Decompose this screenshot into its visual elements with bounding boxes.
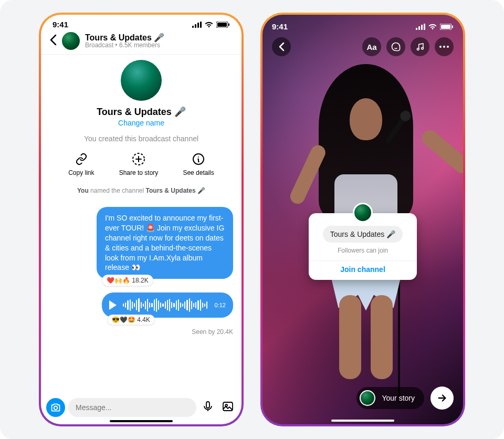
svg-rect-1 <box>195 24 196 28</box>
story-top-bar: 9:41 Aa <box>262 15 463 56</box>
text-tool-label: Aa <box>366 43 376 51</box>
story-status-bar: 9:41 <box>272 22 454 31</box>
waveform[interactable] <box>123 298 208 312</box>
home-indicator <box>331 420 394 422</box>
svg-rect-14 <box>418 26 420 30</box>
svg-rect-19 <box>452 25 453 28</box>
svg-point-24 <box>447 46 449 48</box>
music-tool-button[interactable] <box>411 37 429 56</box>
wifi-icon <box>428 24 437 30</box>
audio-reactions[interactable]: 😎🖤🤩 4.4K <box>107 315 155 325</box>
more-icon <box>439 46 449 48</box>
divider <box>309 260 417 261</box>
change-name-link[interactable]: Change name <box>118 119 164 127</box>
chat-title-block[interactable]: Tours & Updates 🎤 Broadcast • 6.5K membe… <box>85 33 164 49</box>
chat-subtitle: Broadcast • 6.5K members <box>85 42 164 49</box>
copy-link-button[interactable]: Copy link <box>68 152 94 176</box>
message-text: I'm SO excited to announce my first-ever… <box>105 214 224 271</box>
profile-section: Tours & Updates 🎤 Change name You create… <box>41 55 242 197</box>
share-story-send-button[interactable] <box>430 386 454 410</box>
svg-rect-2 <box>197 23 199 28</box>
image-icon <box>222 400 234 413</box>
status-icons <box>192 22 230 28</box>
svg-rect-18 <box>441 25 450 29</box>
see-details-button[interactable]: See details <box>183 152 214 176</box>
music-icon <box>415 42 425 51</box>
link-icon <box>75 152 88 166</box>
svg-rect-11 <box>223 402 233 411</box>
svg-rect-15 <box>421 25 423 30</box>
svg-point-23 <box>443 46 445 48</box>
status-time: 9:41 <box>52 20 68 29</box>
join-channel-button[interactable]: Join channel <box>340 265 385 275</box>
share-card-avatar <box>353 203 373 223</box>
channel-share-card[interactable]: Tours & Updates 🎤 Followers can join Joi… <box>309 213 417 280</box>
more-tool-button[interactable] <box>435 37 454 56</box>
copy-link-label: Copy link <box>68 169 94 176</box>
share-story-label: Share to story <box>119 169 159 176</box>
wifi-icon <box>205 22 213 28</box>
sticker-icon <box>391 41 401 52</box>
see-details-label: See details <box>183 169 214 176</box>
story-back-button[interactable] <box>272 37 291 56</box>
status-icons <box>416 24 454 30</box>
system-message: You named the channel Tours & Updates 🎤 <box>77 187 205 194</box>
created-message: You created this broadcast channel <box>84 134 198 143</box>
sys-msg-suffix: Tours & Updates 🎤 <box>146 187 205 194</box>
battery-icon <box>216 22 230 28</box>
status-time: 9:41 <box>272 22 288 31</box>
text-tool-button[interactable]: Aa <box>362 37 381 56</box>
your-story-avatar <box>360 390 375 406</box>
message-reactions[interactable]: ❤️🙌🔥 18.2K <box>102 275 153 286</box>
channel-avatar-small[interactable] <box>62 32 80 50</box>
message-input[interactable] <box>68 398 196 417</box>
svg-point-22 <box>439 46 442 48</box>
story-screen: 9:41 Aa <box>262 15 463 424</box>
channel-name: Tours & Updates 🎤 <box>97 106 186 118</box>
your-story-label: Your story <box>382 394 415 402</box>
battery-icon <box>440 24 454 30</box>
sys-msg-middle: named the channel <box>89 187 146 194</box>
svg-rect-6 <box>228 23 229 26</box>
home-indicator <box>110 420 173 422</box>
message-row: I'm SO excited to announce my first-ever… <box>41 207 242 279</box>
story-tool-row: Aa <box>272 37 454 56</box>
mic-icon <box>202 400 214 413</box>
arrow-right-icon <box>436 392 448 404</box>
audio-message-bubble[interactable]: 0:12 😎🖤🤩 4.4K <box>102 292 233 318</box>
cellular-icon <box>416 24 425 30</box>
status-bar: 9:41 <box>41 15 242 31</box>
message-composer <box>46 398 236 417</box>
text-message-bubble[interactable]: I'm SO excited to announce my first-ever… <box>97 207 233 279</box>
back-button[interactable] <box>49 33 57 49</box>
svg-rect-16 <box>424 24 425 30</box>
chat-header: Tours & Updates 🎤 Broadcast • 6.5K membe… <box>41 31 242 55</box>
svg-rect-0 <box>192 26 194 28</box>
play-icon[interactable] <box>109 300 117 310</box>
add-story-icon <box>132 152 145 166</box>
stage: 9:41 Tours & Updates 🎤 Broadcast • 6.5K … <box>0 0 504 439</box>
sticker-tool-button[interactable] <box>386 37 405 56</box>
svg-rect-5 <box>217 23 227 27</box>
phone-right: 9:41 Aa <box>260 13 465 426</box>
svg-point-20 <box>417 48 419 50</box>
svg-point-9 <box>54 406 58 410</box>
svg-rect-10 <box>206 402 209 408</box>
cellular-icon <box>192 22 202 28</box>
mic-button[interactable] <box>200 400 216 415</box>
share-card-title: Tours & Updates 🎤 <box>323 226 403 243</box>
share-card-subtitle: Followers can join <box>338 247 388 254</box>
gallery-button[interactable] <box>219 400 236 415</box>
audio-row: 0:12 😎🖤🤩 4.4K <box>41 292 242 318</box>
share-story-button[interactable]: Share to story <box>119 152 159 176</box>
camera-button[interactable] <box>46 398 65 417</box>
seen-by: Seen by 20.4K <box>41 328 242 336</box>
channel-avatar-large[interactable] <box>121 60 162 101</box>
svg-point-21 <box>422 47 424 49</box>
your-story-chip[interactable]: Your story <box>356 387 424 409</box>
sys-msg-prefix: You <box>77 187 89 194</box>
audio-duration: 0:12 <box>215 302 226 308</box>
svg-rect-3 <box>200 22 202 28</box>
chat-title: Tours & Updates 🎤 <box>85 33 164 43</box>
chat-screen: 9:41 Tours & Updates 🎤 Broadcast • 6.5K … <box>41 15 242 424</box>
